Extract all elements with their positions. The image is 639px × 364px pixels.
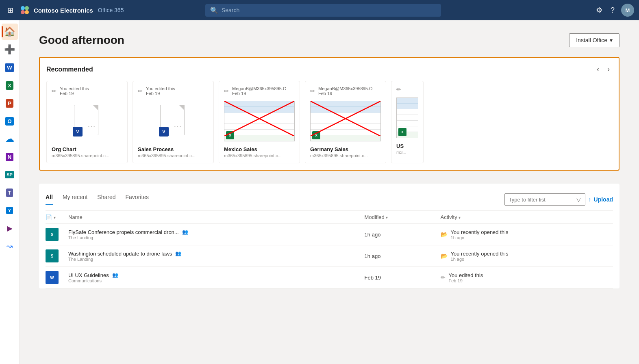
search-bar[interactable]: 🔍	[205, 4, 441, 17]
recommended-card-sales-process[interactable]: ✏ You edited this Feb 19 V ⋯	[133, 81, 214, 163]
app-name-label: Office 365	[98, 7, 124, 13]
th-modified[interactable]: Modified ▾	[360, 211, 436, 224]
card-meta-user: MeganB@M365x395895.O	[318, 86, 372, 91]
row-modified-cell: 1h ago	[360, 245, 436, 267]
card-meta: ✏ MeganB@M365x395895.O Feb 19	[224, 86, 295, 96]
sidebar-item-excel[interactable]: X	[2, 77, 18, 93]
shared-icon: 👥	[182, 229, 188, 235]
card-meta-line2: Feb 19	[232, 91, 286, 96]
filter-input-wrap[interactable]: ▽	[504, 193, 585, 206]
excel-badge: X	[226, 131, 234, 139]
row-name-cell: UI UX Guidelines 👥 Communications	[63, 267, 360, 288]
sidebar-item-create[interactable]: ➕	[2, 41, 18, 58]
sharepoint-icon: SP	[5, 171, 14, 178]
plus-icon: ➕	[4, 44, 15, 55]
file-name: UI UX Guidelines	[68, 272, 109, 278]
sidebar-item-yammer[interactable]: Y	[2, 202, 18, 219]
card-url: m365x395895.sharepoint.c...	[52, 153, 122, 158]
row-activity-cell: ✏ You edited this Feb 19	[436, 267, 613, 288]
upload-label: Upload	[594, 196, 613, 203]
card-icon: X	[396, 98, 418, 138]
table-row[interactable]: S Washington scheduled update to drone l…	[46, 245, 613, 267]
recommended-card-mexico-sales[interactable]: ✏ MeganB@M365x395895.O Feb 19	[219, 81, 300, 163]
svg-point-0	[21, 6, 25, 10]
th-activity[interactable]: Activity ▾	[436, 211, 613, 224]
sidebar-item-teams[interactable]: T	[2, 184, 18, 201]
waffle-menu-button[interactable]: ⊞	[5, 3, 16, 17]
sidebar-item-powerpoint[interactable]: P	[2, 95, 18, 111]
sidebar-item-stream[interactable]: ▶	[2, 220, 18, 236]
activity-open-icon: 📂	[441, 231, 448, 238]
tab-favorites[interactable]: Favorites	[126, 194, 149, 205]
stream-icon: ▶	[7, 224, 13, 233]
table-row[interactable]: W UI UX Guidelines 👥 Communications	[46, 267, 613, 288]
filter-input[interactable]	[509, 197, 574, 203]
card-meta-line2: Feb 19	[60, 91, 89, 96]
yammer-icon: Y	[6, 207, 13, 214]
main-content: Good afternoon Install Office ▾ Recommen…	[20, 20, 639, 364]
sort-icon: ▾	[54, 215, 56, 220]
table-row[interactable]: S FlySafe Conference propels commercial …	[46, 224, 613, 245]
file-name: FlySafe Conference propels commercial dr…	[68, 229, 179, 235]
tab-my-recent[interactable]: My recent	[63, 194, 87, 205]
file-list-toolbar: ▽ ↑ Upload	[504, 188, 613, 210]
file-list-section: All My recent Shared Favorites ▽ ↑ Uploa…	[39, 184, 619, 288]
search-icon: 🔍	[210, 6, 218, 14]
edit-icon: ✏	[224, 88, 229, 94]
top-navigation: ⊞ Contoso Electronics Office 365 🔍 ⚙ ? M	[0, 0, 639, 20]
col-name-label: Name	[68, 214, 83, 220]
help-icon[interactable]: ?	[609, 4, 616, 16]
modified-text: Feb 19	[365, 275, 381, 281]
file-list-tabs: All My recent Shared Favorites ▽ ↑ Uploa…	[46, 184, 613, 211]
sidebar-item-sharepoint[interactable]: SP	[2, 167, 18, 183]
excel-badge: X	[312, 131, 320, 139]
tab-shared[interactable]: Shared	[97, 194, 115, 205]
chevron-down-icon: ▾	[610, 37, 613, 43]
recommended-section: Recommended ‹ › ✏ You edited this Feb 19	[39, 57, 619, 171]
recommended-card-us-sales[interactable]: ✏ X US m3...	[391, 81, 424, 163]
recommended-card-org-chart[interactable]: ✏ You edited this Feb 19 V ⋯	[46, 81, 128, 163]
row-activity-cell: 📂 You recently opened this 1h ago	[436, 245, 613, 267]
sidebar-item-onedrive[interactable]: ☁	[2, 131, 18, 147]
search-input[interactable]	[222, 7, 436, 13]
upload-button[interactable]: ↑ Upload	[589, 196, 613, 203]
row-modified-cell: Feb 19	[360, 267, 436, 288]
row-icon-cell: S	[46, 224, 63, 245]
onenote-icon: N	[6, 153, 13, 161]
card-meta-line2: Feb 19	[318, 91, 372, 96]
shared-icon: 👥	[112, 272, 118, 278]
row-modified-cell: 1h ago	[360, 224, 436, 245]
visio-badge: V	[73, 127, 83, 136]
activity-line1: You recently opened this	[451, 229, 509, 235]
carousel-next-button[interactable]: ›	[605, 64, 612, 74]
activity-line1: You edited this	[449, 272, 483, 278]
card-meta-user: MeganB@M365x395895.O	[232, 86, 286, 91]
sidebar-item-word[interactable]: W	[2, 59, 18, 76]
upload-icon: ↑	[589, 196, 591, 203]
card-name: Org Chart	[52, 146, 122, 152]
sidebar-item-outlook[interactable]: O	[2, 113, 18, 129]
sidebar-item-onenote[interactable]: N	[2, 149, 18, 165]
user-avatar[interactable]: M	[621, 4, 634, 17]
powerpoint-icon: P	[6, 99, 13, 108]
carousel-prev-button[interactable]: ‹	[594, 64, 602, 74]
th-checkbox: 📄 ▾	[46, 211, 63, 224]
word-icon: W	[5, 63, 14, 72]
recommended-card-germany-sales[interactable]: ✏ MeganB@M365x395895.O Feb 19	[305, 81, 386, 163]
word-file-icon: W	[46, 271, 59, 284]
recommended-title: Recommended	[46, 66, 93, 73]
file-subtext: Communications	[68, 278, 118, 283]
card-meta-line1: You edited this	[60, 86, 89, 91]
outlook-icon: O	[5, 117, 13, 126]
th-name[interactable]: Name	[63, 211, 360, 224]
svg-point-2	[21, 10, 25, 14]
sidebar-item-flow[interactable]: ↝	[2, 238, 18, 254]
file-subtext: The Landing	[68, 257, 181, 262]
sidebar-item-home[interactable]: 🏠	[2, 24, 18, 40]
activity-line2: Feb 19	[449, 278, 483, 283]
install-office-button[interactable]: Install Office ▾	[569, 33, 619, 47]
excel-badge: X	[398, 128, 406, 136]
card-icon: X	[224, 101, 295, 141]
settings-icon[interactable]: ⚙	[594, 4, 604, 16]
tab-all[interactable]: All	[46, 194, 53, 205]
